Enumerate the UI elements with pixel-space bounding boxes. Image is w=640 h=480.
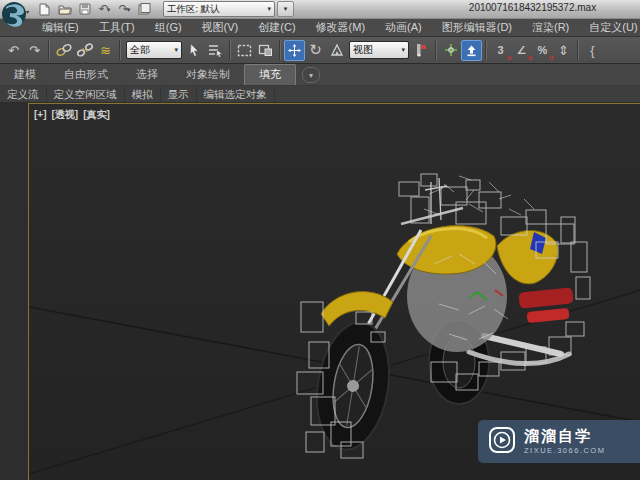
3dsmax-window: ▾ ↶▾ ↷▾ 工作区: 默认 ▾ ▾ 2010071618432195372.…	[0, 0, 640, 480]
watermark-site: zixue.3066.com	[524, 447, 605, 455]
toolbar-separator	[48, 40, 50, 60]
rect-selection-region-button[interactable]	[234, 40, 255, 61]
toolbar-separator	[119, 40, 121, 60]
menu-edit[interactable]: 编辑(E)	[32, 19, 89, 36]
tab-selection[interactable]: 选择	[122, 65, 172, 85]
save-file-button[interactable]	[76, 2, 93, 17]
tab-modeling[interactable]: 建模	[0, 65, 50, 85]
move-button[interactable]	[284, 40, 305, 61]
menu-rendering[interactable]: 渲染(R)	[522, 19, 579, 36]
menu-tools[interactable]: 工具(T)	[89, 19, 145, 36]
toolbar-separator	[435, 40, 437, 60]
left-dock-strip	[0, 103, 28, 480]
undo-caret-icon[interactable]: ▾	[107, 6, 111, 13]
viewport-view-menu[interactable]: [透视]	[52, 109, 79, 120]
selection-filter-dropdown[interactable]: 全部 ▾	[126, 41, 182, 59]
viewport-shading-menu[interactable]: [真实]	[83, 109, 110, 120]
toolbar-separator	[279, 40, 281, 60]
edit-selected-objects-button[interactable]: 编辑选定对象	[197, 87, 275, 102]
select-link-button[interactable]	[53, 40, 74, 61]
redo-arrow-icon[interactable]: ↷	[24, 40, 45, 61]
menu-views[interactable]: 视图(V)	[192, 19, 249, 36]
3dsmax-logo-icon[interactable]: ▾	[1, 0, 31, 32]
angle-snap-toggle[interactable]: ∠∪	[511, 40, 532, 61]
perspective-viewport[interactable]: [+][透视][真实]	[28, 103, 640, 480]
undo-button[interactable]: ↶▾	[96, 2, 113, 17]
snap-3d-toggle[interactable]: 3∪	[490, 40, 511, 61]
undo-arrow-icon[interactable]: ↶	[3, 40, 24, 61]
quick-access-toolbar: ↶▾ ↷▾	[36, 2, 153, 17]
viewport-label: [+][透视][真实]	[34, 108, 115, 122]
ribbon-tab-bar: 建模 自由形式 选择 对象绘制 填充 ▾	[0, 64, 640, 86]
svg-text:▾: ▾	[26, 9, 29, 15]
menu-graph-editors[interactable]: 图形编辑器(D)	[432, 19, 522, 36]
select-object-button[interactable]	[184, 40, 205, 61]
display-button[interactable]: 显示	[161, 87, 197, 102]
chevron-down-icon: ▾	[397, 46, 405, 54]
project-folder-button[interactable]	[136, 2, 153, 17]
named-selection-sets-button[interactable]: {	[582, 40, 603, 61]
define-flow-button[interactable]: 定义流	[0, 87, 47, 102]
document-filename: 2010071618432195372.max	[430, 2, 635, 13]
motorcycle-model[interactable]	[297, 174, 590, 458]
title-bar: ▾ ↶▾ ↷▾ 工作区: 默认 ▾ ▾ 2010071618432195372.…	[0, 0, 640, 19]
menu-animation[interactable]: 动画(A)	[375, 19, 432, 36]
spinner-snap-toggle[interactable]: ⇕	[553, 40, 574, 61]
workspace-dropdown[interactable]: 工作区: 默认 ▾	[163, 1, 275, 17]
coord-system-dropdown[interactable]: 视图 ▾	[349, 41, 409, 59]
simulate-button[interactable]: 模拟	[125, 87, 161, 102]
menu-group[interactable]: 组(G)	[145, 19, 192, 36]
tab-freeform[interactable]: 自由形式	[50, 65, 122, 85]
watermark-badge: 溜溜自学 zixue.3066.com	[478, 420, 640, 463]
define-idle-area-button[interactable]: 定义空闲区域	[47, 87, 125, 102]
window-crossing-button[interactable]	[255, 40, 276, 61]
toolbar-separator	[577, 40, 579, 60]
play-logo-icon	[488, 426, 516, 458]
percent-snap-toggle[interactable]: %∪	[532, 40, 553, 61]
workspace-dropdown-value: 工作区: 默认	[167, 3, 220, 16]
work-area: [+][透视][真实]	[0, 103, 640, 480]
open-file-button[interactable]	[56, 2, 73, 17]
workspace-menu-button[interactable]: ▾	[277, 1, 294, 17]
toolbar-separator	[485, 40, 487, 60]
menu-create[interactable]: 创建(C)	[248, 19, 305, 36]
menu-customize[interactable]: 自定义(U)	[579, 19, 640, 36]
scale-button[interactable]	[326, 40, 347, 61]
rotate-button[interactable]: ↻	[305, 40, 326, 61]
selection-filter-value: 全部	[130, 43, 150, 57]
magnet-icon: ∪	[548, 54, 554, 62]
unlink-button[interactable]	[74, 40, 95, 61]
main-toolbar: ↶ ↷ ≋ 全部 ▾ ↻	[0, 37, 640, 64]
chevron-down-icon: ▾	[170, 46, 178, 54]
menu-bar: 编辑(E) 工具(T) 组(G) 视图(V) 创建(C) 修改器(M) 动画(A…	[0, 19, 640, 37]
select-by-name-button[interactable]	[205, 40, 226, 61]
tab-populate[interactable]: 填充	[244, 64, 296, 85]
toolbar-separator	[229, 40, 231, 60]
select-manipulate-button[interactable]	[440, 40, 461, 61]
use-pivot-center-button[interactable]	[411, 40, 432, 61]
new-file-button[interactable]	[36, 2, 53, 17]
bind-spacewarp-icon[interactable]: ≋	[95, 40, 116, 61]
chevron-down-icon: ▾	[267, 5, 271, 13]
redo-caret-icon[interactable]: ▾	[127, 6, 131, 13]
keyboard-override-button[interactable]	[461, 40, 482, 61]
ribbon-minimize-icon[interactable]: ▾	[302, 67, 320, 83]
tab-object-paint[interactable]: 对象绘制	[172, 65, 244, 85]
populate-ribbon-panel: 定义流 定义空闲区域 模拟 显示 编辑选定对象	[0, 86, 640, 103]
coord-system-value: 视图	[353, 43, 373, 57]
watermark-brand: 溜溜自学	[524, 428, 605, 445]
redo-button[interactable]: ↷▾	[116, 2, 133, 17]
viewport-plus-menu[interactable]: [+]	[34, 109, 47, 120]
menu-modifiers[interactable]: 修改器(M)	[306, 19, 376, 36]
